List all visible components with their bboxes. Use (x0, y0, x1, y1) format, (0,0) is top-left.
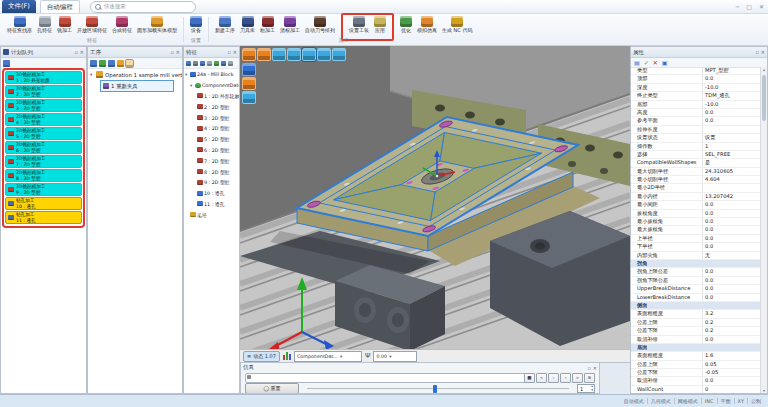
plan-operation-item[interactable]: 钻孔加工 11 : 通孔 (5, 211, 82, 224)
axes-histogram-icon[interactable] (283, 352, 291, 360)
ribbon-button[interactable]: 设置工装 (347, 16, 371, 33)
property-row[interactable]: 表面粗糙度 3.2 (631, 310, 761, 318)
property-row[interactable]: 底面 (631, 344, 761, 352)
property-row[interactable]: 公差上限 0.05 (631, 361, 761, 369)
ribbon-button[interactable]: 自动刀号排列 (303, 16, 337, 33)
coord-system-dropdown[interactable]: ComponentDat... ▾ (294, 351, 362, 362)
property-row[interactable]: 公差下限 0.2 (631, 327, 761, 335)
toolbar-icon[interactable] (207, 61, 212, 66)
ribbon-button[interactable]: 生成 NC 代码 (440, 16, 474, 33)
feature-item[interactable]: 10 : 通孔 (184, 188, 239, 199)
fast-forward-button[interactable]: » (572, 373, 583, 383)
progress-handle[interactable] (247, 375, 251, 379)
ribbon-button[interactable]: 圆形加载实体模型 (135, 16, 179, 33)
feature-item[interactable]: 9 : 2D 型腔 (184, 177, 239, 188)
ribbon-button[interactable]: 粗加工 (258, 16, 277, 33)
plan-operation-item[interactable]: 钻孔加工 10 : 通孔 (5, 197, 82, 210)
tree-node-operation[interactable]: ▾ Operation 1 sample mill vertical m (88, 69, 182, 80)
close-icon[interactable]: ✕ (759, 3, 764, 10)
tree-node-root[interactable]: ▾ 24a - Mill Block (184, 69, 239, 80)
property-row[interactable]: 上半径 0.0 (631, 235, 761, 243)
property-row[interactable]: 选择 SEL_FREE (631, 151, 761, 159)
feature-item[interactable]: 6 : 2D 型腔 (184, 145, 239, 156)
scroll-down-icon[interactable]: ▾ (763, 388, 765, 393)
toolbar-icon[interactable] (186, 61, 191, 66)
expander-icon[interactable]: ▾ (90, 72, 94, 77)
property-row[interactable]: 深度 -10.0 (631, 84, 761, 92)
property-row[interactable]: 拉伸长度 (631, 126, 761, 134)
ribbon-button[interactable]: 合成特征 (110, 16, 134, 33)
viewport-3d[interactable]: ≡ 动态 1.07 ComponentDat... ▾ Ψ 0.00 ▾ (240, 46, 630, 362)
viewport-view-icon[interactable] (242, 77, 256, 90)
property-row[interactable]: WallCount 0 (631, 386, 761, 393)
feature-item[interactable]: 3 : 2D 型腔 (184, 112, 239, 123)
property-row[interactable]: 类型 MPT_型腔 (631, 67, 761, 75)
step-back-button[interactable]: ‹ (548, 373, 559, 383)
plan-operation-item[interactable]: 2D铣削精加工 9 : 2D 型腔 (5, 183, 82, 196)
ribbon-button[interactable]: 新建工序 (213, 16, 237, 33)
stop-button[interactable]: ■ (524, 373, 535, 383)
property-row[interactable]: 高度 0.0 (631, 109, 761, 117)
property-row[interactable]: 操作数 1 (631, 143, 761, 151)
pin-icon[interactable]: ▫ (755, 49, 758, 55)
pin-icon[interactable]: ▫ (587, 365, 590, 371)
property-row[interactable]: 取消补偿 0.0 (631, 377, 761, 385)
property-row[interactable]: 终止类型 TDM_通孔 (631, 92, 761, 100)
viewport-tool-icon[interactable] (332, 48, 346, 61)
property-row[interactable]: 顶部 0.0 (631, 75, 761, 83)
property-row[interactable]: 公差上限 0.2 (631, 319, 761, 327)
ribbon-button[interactable]: 应用 (372, 16, 388, 33)
speed-stepper[interactable]: 1 ▴▾ (577, 384, 595, 393)
viewport-view-icon[interactable] (242, 63, 256, 76)
property-row[interactable]: 设置状态 设置 (631, 134, 761, 142)
property-row[interactable]: 拐角上限公差 0.0 (631, 268, 761, 276)
plan-operation-item[interactable]: 2D铣削精加工 5 : 2D 型腔 (5, 127, 82, 140)
close-icon[interactable]: ✕ (80, 49, 84, 55)
speed-slider[interactable] (307, 388, 569, 389)
file-menu-button[interactable]: 文件(F) (2, 0, 36, 13)
pin-icon[interactable]: ▫ (74, 49, 77, 55)
toolbar-icon[interactable] (126, 60, 133, 67)
pin-icon[interactable]: ▫ (227, 49, 230, 55)
simulation-progress-bar[interactable] (245, 373, 535, 383)
tab-auto-programming[interactable]: 自动编程 (40, 0, 80, 13)
property-row[interactable]: 拔模角度 0.0 (631, 210, 761, 218)
property-row[interactable]: 参考平面 0.0 (631, 117, 761, 125)
property-row[interactable]: 取消补偿 0.0 (631, 336, 761, 344)
viewport-view-icon[interactable] (242, 91, 256, 104)
pin-icon[interactable]: ▫ (170, 49, 173, 55)
toolbar-icon[interactable] (193, 61, 198, 66)
feature-item[interactable]: 5 : 2D 型腔 (184, 134, 239, 145)
viewport-tool-icon[interactable] (257, 48, 271, 61)
toolbar-icon[interactable] (99, 60, 106, 67)
property-row[interactable]: CompatibleWallShapes 是 (631, 159, 761, 167)
feature-item[interactable]: 11 : 通孔 (184, 199, 239, 210)
reset-button[interactable]: ◯ 重置 (245, 383, 299, 394)
property-row[interactable]: 内部尖角 无 (631, 252, 761, 260)
ribbon-button[interactable]: 刀具库 (238, 16, 257, 33)
tree-node-stock[interactable]: 毛坯 (184, 209, 239, 220)
feature-item[interactable]: 7 : 2D 型腔 (184, 155, 239, 166)
property-row[interactable]: 最小2D半径 (631, 184, 761, 192)
ribbon-button[interactable]: 开放区域特征 (75, 16, 109, 33)
toolbar-icon[interactable] (214, 61, 219, 66)
ribbon-button[interactable]: 优化 (398, 16, 414, 33)
minimize-icon[interactable]: ─ (736, 3, 740, 10)
property-row[interactable]: 拐角下限公差 0.0 (631, 277, 761, 285)
property-row[interactable]: 最大拔模角 0.0 (631, 226, 761, 234)
rewind-button[interactable]: « (536, 373, 547, 383)
property-row[interactable]: 侧面 (631, 302, 761, 310)
zoom-button[interactable]: ⊕ (584, 373, 595, 383)
stepper-down-icon[interactable]: ▾ (591, 389, 593, 393)
toolbar-icon[interactable] (117, 60, 124, 67)
property-row[interactable]: 最小切削半径 4.604 (631, 176, 761, 184)
scroll-up-icon[interactable]: ▴ (763, 67, 765, 72)
property-row[interactable]: 最小内径 13.207042 (631, 193, 761, 201)
expander-icon[interactable]: ▾ (185, 72, 189, 77)
property-row[interactable]: 最大切削半径 24.310605 (631, 168, 761, 176)
toolbar-icon[interactable] (221, 61, 226, 66)
viewport-tool-icon[interactable] (242, 48, 256, 61)
toolbar-icon[interactable] (228, 61, 233, 66)
plan-operation-item[interactable]: 2D铣削精加工 8 : 2D 型腔 (5, 169, 82, 182)
viewport-tool-icon[interactable] (302, 48, 316, 61)
